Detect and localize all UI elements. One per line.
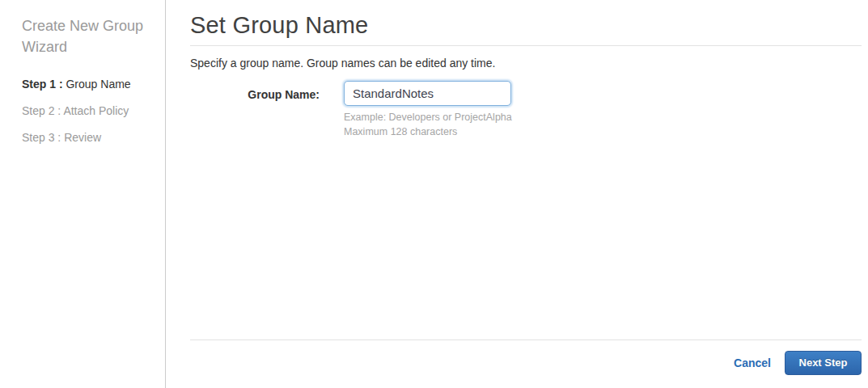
group-name-form-row: Group Name: Example: Developers or Proje…: [190, 81, 862, 139]
wizard-title: Create New Group Wizard: [22, 15, 157, 57]
page-description: Specify a group name. Group names can be…: [190, 56, 862, 70]
page-title: Set Group Name: [190, 11, 862, 40]
step-number: Step 1 :: [22, 78, 63, 91]
group-name-input[interactable]: [344, 81, 511, 106]
wizard-sidebar: Create New Group Wizard Step 1 : Group N…: [0, 0, 166, 388]
group-name-label: Group Name:: [190, 81, 320, 139]
group-name-input-column: Example: Developers or ProjectAlpha Maxi…: [344, 81, 512, 139]
create-group-wizard-window: Create New Group Wizard Step 1 : Group N…: [0, 0, 868, 388]
step-label: Attach Policy: [61, 104, 129, 117]
sidebar-step-group-name[interactable]: Step 1 : Group Name: [22, 78, 157, 90]
sidebar-step-review[interactable]: Step 3 : Review: [22, 132, 157, 143]
group-name-example-hint: Example: Developers or ProjectAlpha: [344, 110, 512, 124]
step-label: Group Name: [63, 78, 131, 91]
sidebar-step-attach-policy[interactable]: Step 2 : Attach Policy: [22, 105, 157, 116]
group-name-max-length-hint: Maximum 128 characters: [344, 124, 512, 139]
main-content: Set Group Name Specify a group name. Gro…: [166, 0, 868, 388]
content-spacer: [190, 139, 862, 340]
next-step-button[interactable]: Next Step: [785, 351, 862, 375]
step-number: Step 3 :: [22, 131, 61, 144]
step-number: Step 2 :: [22, 104, 61, 117]
wizard-footer: Cancel Next Step: [190, 340, 862, 388]
title-divider: [190, 45, 862, 46]
cancel-button[interactable]: Cancel: [734, 356, 771, 369]
step-label: Review: [61, 131, 101, 144]
